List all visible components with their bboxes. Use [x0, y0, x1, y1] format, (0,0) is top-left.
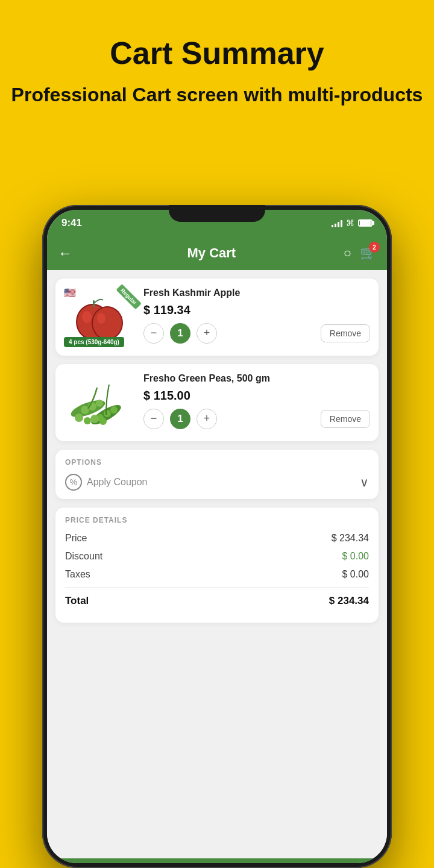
nav-title: My Cart	[80, 245, 344, 261]
search-icon[interactable]: ○	[344, 245, 351, 261]
svg-point-8	[81, 406, 89, 414]
price-label-discount: Discount	[65, 551, 102, 562]
peas-price: $ 115.00	[143, 389, 370, 403]
apple-price: $ 119.34	[143, 303, 370, 317]
svg-point-18	[99, 418, 107, 425]
nav-bar: ← My Cart ○ 🛒 2	[47, 236, 387, 270]
price-row-price: Price $ 234.34	[65, 533, 369, 544]
coupon-icon: %	[65, 474, 82, 491]
flag-usa: 🇺🇸	[64, 287, 76, 298]
page-background: Cart Summary Professional Cart screen wi…	[0, 0, 434, 868]
product-image-apple: 🇺🇸	[64, 287, 136, 347]
battery-fill	[360, 221, 371, 225]
price-row-total: Total $ 234.34	[65, 587, 369, 607]
page-title: Cart Summary	[0, 36, 434, 71]
peas-image	[67, 376, 133, 427]
peas-name: Fresho Green Peas, 500 gm	[143, 373, 370, 385]
signal-bars-icon	[332, 219, 342, 227]
apple-qty-row: − 1 + Remove	[143, 323, 370, 344]
coupon-text: Apply Coupon	[87, 477, 148, 488]
peas-info: Fresho Green Peas, 500 gm $ 115.00 − 1 +…	[143, 373, 370, 429]
price-label-price: Price	[65, 533, 87, 544]
apple-plus-btn[interactable]: +	[197, 323, 217, 344]
price-row-taxes: Taxes $ 0.00	[65, 569, 369, 580]
options-title: OPTIONS	[65, 458, 369, 467]
phone-frame: 9:41 ⌘ ← My Cart	[42, 205, 392, 868]
price-value-discount: $ 0.00	[342, 551, 369, 562]
product-row-apple: 🇺🇸	[64, 287, 370, 347]
signal-bar-3	[338, 222, 339, 227]
peas-remove-btn[interactable]: Remove	[321, 410, 370, 428]
peas-qty-val: 1	[170, 409, 190, 429]
page-header: Cart Summary Professional Cart screen wi…	[0, 0, 434, 108]
svg-point-5	[97, 313, 105, 324]
price-value-taxes: $ 0.00	[342, 569, 369, 580]
svg-point-17	[90, 415, 99, 423]
svg-rect-6	[93, 300, 95, 307]
product-card-peas: Fresho Green Peas, 500 gm $ 115.00 − 1 +…	[55, 364, 379, 441]
product-image-peas	[64, 373, 136, 433]
bottom-bar	[47, 858, 387, 863]
price-value-price: $ 234.34	[332, 533, 369, 544]
price-label-taxes: Taxes	[65, 569, 90, 580]
screen-content[interactable]: 🇺🇸	[47, 270, 387, 858]
price-value-total: $ 234.34	[329, 595, 369, 607]
svg-point-13	[104, 410, 111, 417]
wifi-icon: ⌘	[346, 218, 354, 228]
phone-screen: 9:41 ⌘ ← My Cart	[47, 210, 387, 863]
apple-info: Fresh Kashmir Apple $ 119.34 − 1 + Remov…	[143, 287, 370, 344]
apple-name: Fresh Kashmir Apple	[143, 287, 370, 300]
price-section: PRICE DETAILS Price $ 234.34 Discount $ …	[55, 508, 379, 623]
svg-point-4	[93, 307, 122, 339]
svg-point-10	[96, 400, 103, 407]
svg-point-16	[84, 417, 91, 424]
price-title: PRICE DETAILS	[65, 516, 369, 524]
peas-minus-btn[interactable]: −	[143, 409, 164, 429]
chevron-down-icon[interactable]: ∨	[360, 475, 369, 489]
peas-qty-row: − 1 + Remove	[143, 409, 370, 429]
phone-notch	[169, 205, 265, 222]
price-row-discount: Discount $ 0.00	[65, 551, 369, 562]
options-section: OPTIONS % Apply Coupon ∨	[55, 450, 379, 499]
apple-weight: 4 pcs (530g-640g)	[64, 337, 124, 347]
price-label-total: Total	[65, 595, 89, 607]
coupon-left: % Apply Coupon	[65, 474, 148, 491]
status-time: 9:41	[61, 217, 82, 229]
signal-bar-1	[332, 225, 333, 227]
product-row-peas: Fresho Green Peas, 500 gm $ 115.00 − 1 +…	[64, 373, 370, 433]
cart-icon-wrapper[interactable]: 🛒 2	[360, 245, 376, 261]
cart-badge: 2	[369, 242, 380, 253]
product-card-apple: 🇺🇸	[55, 278, 379, 356]
coupon-row[interactable]: % Apply Coupon ∨	[65, 474, 369, 491]
battery-icon	[358, 219, 373, 227]
svg-point-2	[82, 311, 92, 323]
back-button[interactable]: ←	[58, 245, 72, 262]
apple-image	[70, 292, 130, 343]
nav-icons: ○ 🛒 2	[344, 245, 376, 261]
status-icons: ⌘	[332, 218, 373, 228]
apple-remove-btn[interactable]: Remove	[321, 324, 370, 342]
apple-qty-val: 1	[170, 323, 190, 344]
page-subtitle: Professional Cart screen with multi-prod…	[0, 83, 434, 108]
signal-bar-4	[341, 220, 342, 227]
svg-point-15	[75, 414, 83, 422]
svg-point-14	[110, 406, 118, 414]
signal-bar-2	[335, 224, 336, 227]
peas-plus-btn[interactable]: +	[197, 409, 217, 429]
apple-minus-btn[interactable]: −	[143, 323, 164, 344]
